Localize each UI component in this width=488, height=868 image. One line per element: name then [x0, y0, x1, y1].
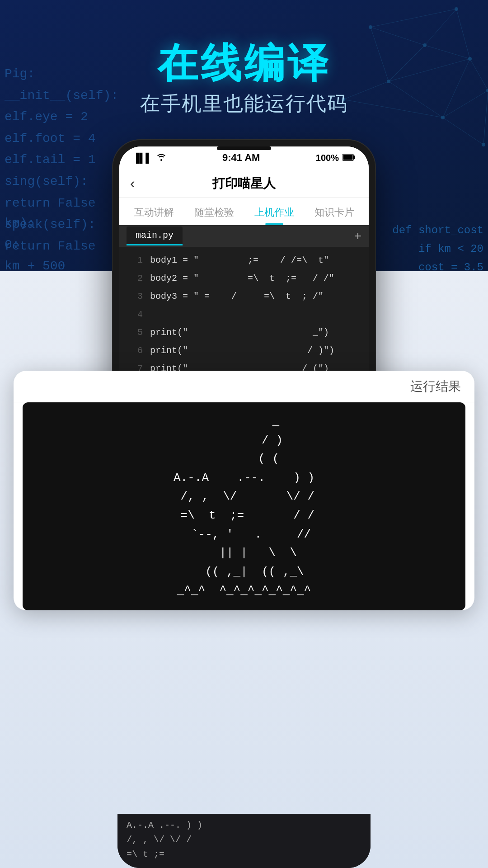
bottom-line-3: =\ t ;=	[127, 847, 361, 862]
result-terminal: _ / ) ( ( A.-.A .--. ) ) /, , \/ \/ / =\…	[23, 402, 465, 610]
battery-icon	[343, 153, 355, 163]
editor-tab-bar: main.py +	[119, 225, 369, 247]
line-code: body1 = " ;= / /=\ t"	[150, 252, 329, 269]
phone-bottom-strip: A.-.A .--. ) ) /, , \/ \/ / =\ t ;=	[117, 814, 371, 868]
sub-title: 在手机里也能运行代码	[0, 90, 488, 117]
line-code: body3 = " = / =\ t ; /"	[150, 288, 324, 305]
signal-icon: ▐▌▌	[133, 153, 152, 163]
back-button[interactable]: ‹	[130, 175, 135, 192]
svg-point-16	[455, 7, 458, 11]
code-line-1: 1 body1 = " ;= / /=\ t"	[119, 251, 369, 269]
editor-tab-main[interactable]: main.py	[127, 226, 183, 245]
code-line-3: 3 body3 = " = / =\ t ; /"	[119, 288, 369, 306]
svg-rect-27	[343, 155, 353, 160]
line-code: print(" / )")	[150, 343, 334, 359]
svg-line-10	[371, 9, 456, 27]
tab-interactive-lesson[interactable]: 互动讲解	[124, 206, 184, 225]
tab-assignment[interactable]: 上机作业	[244, 206, 304, 225]
code-line-5: 5 print(" _")	[119, 324, 369, 342]
code-line-2: 2 body2 = " =\ t ;= / /"	[119, 269, 369, 288]
result-label: 运行结果	[410, 378, 461, 395]
bottom-line-1: A.-.A .--. ) )	[127, 818, 361, 833]
line-code: body2 = " =\ t ;= / /"	[150, 270, 334, 287]
code-line-4: 4	[119, 306, 369, 324]
new-file-button[interactable]: +	[354, 229, 361, 243]
line-number: 4	[127, 307, 143, 323]
signal-icons: ▐▌▌	[133, 153, 167, 163]
line-number: 2	[127, 270, 143, 287]
navigation-bar: ‹ 打印喵星人	[119, 169, 369, 198]
line-number: 6	[127, 343, 143, 359]
page-title: 打印喵星人	[212, 175, 276, 192]
phone-bottom-code: A.-.A .--. ) ) /, , \/ \/ / =\ t ;=	[117, 814, 371, 868]
bottom-line-2: /, , \/ \/ /	[127, 833, 361, 847]
svg-line-14	[443, 118, 483, 145]
main-title: 在线编译	[0, 36, 488, 91]
line-code: print(" _")	[150, 325, 329, 341]
code-content: 1 body1 = " ;= / /=\ t" 2 body2 = " =\ t…	[119, 247, 369, 382]
tab-cards[interactable]: 知识卡片	[304, 206, 364, 225]
line-number: 1	[127, 252, 143, 269]
tab-navigation: 互动讲解 随堂检验 上机作业 知识卡片	[119, 198, 369, 225]
tab-quiz[interactable]: 随堂检验	[184, 206, 244, 225]
svg-point-22	[369, 25, 372, 29]
svg-rect-26	[353, 156, 355, 159]
battery-icons: 100%	[316, 153, 355, 163]
wifi-icon	[156, 153, 167, 163]
time-display: 9:41 AM	[222, 152, 260, 164]
code-line-6: 6 print(" / )")	[119, 342, 369, 360]
line-number: 5	[127, 325, 143, 341]
battery-percent: 100%	[316, 153, 339, 163]
result-panel: 运行结果 _ / ) ( ( A.-.A .--. ) ) /, , \/ \/…	[14, 371, 474, 610]
result-header: 运行结果	[14, 371, 474, 402]
phone-notch	[217, 146, 271, 150]
line-number: 3	[127, 288, 143, 305]
svg-point-24	[482, 143, 485, 146]
ascii-art-output: _ / ) ( ( A.-.A .--. ) ) /, , \/ \/ / =\…	[174, 412, 314, 600]
